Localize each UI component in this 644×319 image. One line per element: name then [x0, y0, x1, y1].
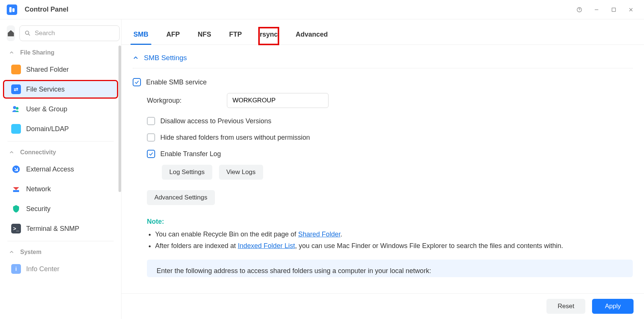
sidebar-item-label: Shared Folder	[26, 66, 69, 74]
note-list: You can enable Recycle Bin on the edit p…	[147, 229, 633, 251]
network-icon	[11, 184, 21, 194]
terminal-icon: >_	[11, 224, 21, 233]
tab-bar: SMB AFP NFS FTP rsync Advanced	[121, 19, 644, 45]
close-button[interactable]	[625, 3, 637, 16]
info-text: Enter the following address to access sh…	[157, 267, 431, 275]
user-group-icon	[11, 104, 21, 114]
workgroup-label: Workgroup:	[147, 97, 227, 105]
folder-icon	[11, 65, 21, 74]
sidebar-item-domain-ldap[interactable]: Domain/LDAP	[3, 120, 118, 138]
view-logs-button[interactable]: View Logs	[219, 165, 263, 180]
sidebar-item-security[interactable]: Security	[3, 199, 118, 218]
log-settings-button[interactable]: Log Settings	[162, 165, 212, 180]
category-connectivity[interactable]: Connectivity	[0, 145, 121, 159]
chevron-up-icon	[9, 150, 14, 155]
section-title: SMB Settings	[144, 54, 187, 62]
sidebar-item-shared-folder[interactable]: Shared Folder	[3, 60, 118, 79]
sidebar-item-label: Domain/LDAP	[26, 125, 69, 133]
checkbox-label: Hide shared folders from users without p…	[160, 134, 310, 142]
section-header-smb[interactable]: SMB Settings	[133, 52, 633, 68]
search-icon	[24, 30, 31, 37]
sidebar: File Sharing Shared Folder ⇄ File Servic…	[0, 19, 121, 319]
search-input[interactable]	[34, 29, 115, 37]
category-file-sharing[interactable]: File Sharing	[0, 45, 121, 59]
checkbox-hide-folders[interactable]	[147, 133, 155, 142]
minimize-button[interactable]	[590, 3, 603, 16]
note-heading: Note:	[147, 218, 633, 226]
advanced-settings-button[interactable]: Advanced Settings	[147, 190, 215, 205]
tab-rsync[interactable]: rsync	[259, 28, 278, 44]
footer: Reset Apply	[121, 293, 644, 319]
note-item: You can enable Recycle Bin on the edit p…	[155, 229, 633, 240]
checkbox-disallow-previous[interactable]	[147, 117, 155, 125]
svg-point-6	[25, 31, 29, 34]
domain-ldap-icon	[11, 124, 21, 134]
checkbox-label: Disallow access to Previous Versions	[160, 117, 271, 125]
sidebar-item-label: Network	[26, 185, 51, 193]
tab-nfs[interactable]: NFS	[197, 28, 212, 44]
svg-rect-3	[612, 8, 615, 11]
tab-afp[interactable]: AFP	[166, 28, 181, 44]
help-button[interactable]	[573, 3, 586, 16]
checkbox-enable-smb[interactable]	[133, 78, 141, 86]
security-icon	[11, 204, 21, 214]
sidebar-item-label: Terminal & SNMP	[26, 225, 79, 233]
chevron-up-icon	[9, 250, 14, 255]
chevron-up-icon	[9, 50, 14, 55]
svg-line-7	[28, 34, 30, 35]
maximize-button[interactable]	[607, 3, 620, 16]
sidebar-item-label: Security	[26, 205, 50, 213]
svg-point-1	[579, 10, 579, 11]
external-access-icon	[11, 164, 21, 174]
control-panel-icon	[7, 4, 17, 15]
category-label: System	[20, 249, 41, 255]
reset-button[interactable]: Reset	[546, 299, 585, 314]
sidebar-item-info-center[interactable]: i Info Center	[3, 260, 118, 278]
workgroup-input[interactable]	[227, 93, 329, 108]
sidebar-item-file-services[interactable]: ⇄ File Services	[3, 80, 118, 99]
info-center-icon: i	[11, 264, 21, 274]
chevron-up-icon	[133, 55, 139, 61]
sidebar-item-network[interactable]: Network	[3, 180, 118, 198]
sidebar-item-label: User & Group	[26, 105, 67, 113]
svg-point-8	[13, 106, 16, 109]
sidebar-item-terminal-snmp[interactable]: >_ Terminal & SNMP	[3, 219, 118, 238]
sidebar-scrollbar[interactable]	[118, 46, 121, 192]
category-label: File Sharing	[20, 49, 55, 56]
checkbox-label: Enable SMB service	[146, 78, 207, 86]
note-item: After folders are indexed at Indexed Fol…	[155, 240, 633, 252]
sidebar-item-label: External Access	[26, 165, 74, 173]
file-services-icon: ⇄	[11, 84, 21, 94]
sidebar-item-label: Info Center	[26, 265, 59, 273]
checkbox-transfer-log[interactable]	[147, 150, 155, 158]
category-label: Connectivity	[20, 149, 56, 156]
window-title: Control Panel	[25, 6, 68, 13]
link-indexed-folder-list[interactable]: Indexed Folder List	[238, 242, 295, 250]
svg-point-9	[16, 107, 19, 110]
tab-advanced[interactable]: Advanced	[295, 28, 329, 44]
sidebar-item-user-group[interactable]: User & Group	[3, 100, 118, 118]
apply-button[interactable]: Apply	[592, 299, 634, 314]
home-button[interactable]	[7, 25, 15, 41]
tab-ftp[interactable]: FTP	[228, 28, 243, 44]
tab-smb[interactable]: SMB	[133, 28, 149, 44]
settings-pane: SMB Settings Enable SMB service Workgrou…	[121, 45, 644, 293]
title-bar: Control Panel	[0, 0, 644, 19]
link-shared-folder[interactable]: Shared Folder	[298, 230, 341, 238]
search-field-wrapper[interactable]	[19, 25, 120, 41]
sidebar-item-external-access[interactable]: External Access	[3, 160, 118, 179]
sidebar-item-label: File Services	[26, 86, 65, 93]
info-box: Enter the following address to access sh…	[147, 260, 633, 277]
checkbox-label: Enable Transfer Log	[160, 150, 221, 158]
category-system[interactable]: System	[0, 244, 121, 258]
content-area: SMB AFP NFS FTP rsync Advanced SMB Setti…	[121, 19, 644, 319]
